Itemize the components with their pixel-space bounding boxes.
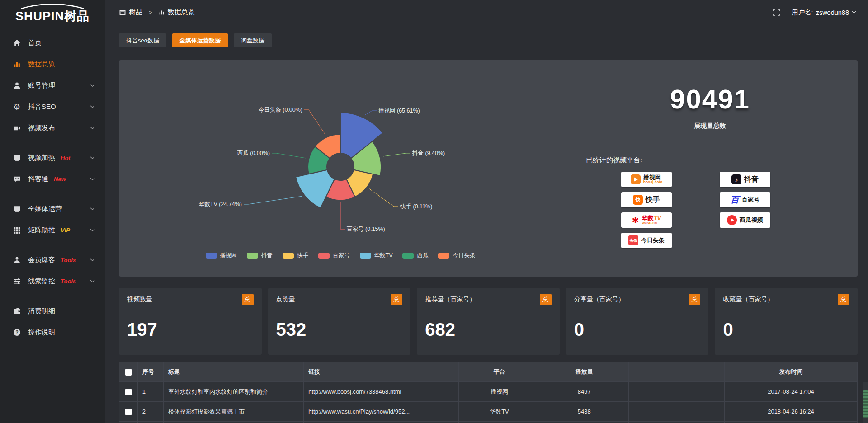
legend-item-5[interactable]: 华数TV: [360, 252, 393, 259]
home-icon: [12, 39, 22, 47]
tab-3[interactable]: 询盘数据: [234, 33, 272, 47]
sidebar-item-data-overview[interactable]: 数据总览: [0, 54, 105, 75]
row-plays: 5438: [540, 402, 628, 422]
platform-name: 百家号: [742, 197, 760, 203]
platform-badge: 头条今日头条: [621, 233, 672, 248]
platform-name: 抖音: [744, 176, 759, 183]
total-badge: 总: [689, 294, 700, 306]
logo: SHUPIN树品: [0, 0, 105, 26]
pie-label-line: [272, 153, 306, 158]
sidebar-divider: [8, 143, 97, 143]
stat-card-label: 推荐量（百家号）: [425, 296, 476, 304]
chevron-down-icon: [852, 11, 856, 14]
row-num: 2: [137, 402, 163, 422]
stat-card-2: 点赞量总532: [268, 288, 411, 355]
legend-chip: [438, 253, 449, 259]
sidebar-item-media-operation[interactable]: 全媒体运营: [0, 198, 105, 220]
tab-2[interactable]: 全媒体运营数据: [172, 33, 228, 47]
bar-chart-icon: [159, 9, 165, 15]
user-menu[interactable]: 用户名: zswodun88: [792, 8, 856, 17]
row-platform: 华数TV: [459, 402, 540, 422]
sliders-icon: [12, 277, 22, 285]
sidebar-item-account-manage[interactable]: 账号管理: [0, 75, 105, 96]
stat-card-value: 197: [119, 311, 262, 340]
sidebar-item-home[interactable]: 首页: [0, 33, 105, 54]
sidebar-item-video-heat[interactable]: 视频加热Hot: [0, 147, 105, 169]
video-title-link[interactable]: 室外水纹灯和室内水纹灯的区别和简介: [163, 382, 303, 402]
platform-name: 今日头条: [641, 237, 665, 244]
sidebar-item-douketong[interactable]: 抖客通New: [0, 169, 105, 190]
row-platform: 播视网: [459, 382, 540, 402]
breadcrumb-current[interactable]: 数据总览: [159, 8, 195, 17]
sidebar-item-matrix-boost[interactable]: 矩阵助推VIP: [0, 220, 105, 241]
tab-1[interactable]: 抖音seo数据: [119, 33, 166, 47]
sidebar: SHUPIN树品 首页数据总览账号管理⚙抖音SEO视频发布视频加热Hot抖客通N…: [0, 0, 105, 423]
sidebar-divider: [8, 296, 97, 296]
platform-badge: 播视网boosj.com: [621, 172, 672, 187]
stat-card-label: 视频数量: [127, 296, 152, 304]
breadcrumb: 树品 > 数据总览: [119, 8, 195, 17]
username: zswodun88: [816, 9, 849, 16]
pie-slice-5[interactable]: [296, 170, 335, 208]
pie-label: 抖音 (9.40%): [412, 150, 445, 156]
row-checkbox[interactable]: [125, 409, 132, 415]
scrollbar-thumb[interactable]: [863, 390, 868, 418]
select-all-checkbox[interactable]: [125, 369, 132, 376]
sidebar-menu: 首页数据总览账号管理⚙抖音SEO视频发布视频加热Hot抖客通New全媒体运营矩阵…: [0, 33, 105, 343]
col-header-link: 链接: [304, 362, 459, 382]
sidebar-item-badge: VIP: [61, 227, 70, 234]
sidebar-item-clue-monitor[interactable]: 线索监控Tools: [0, 271, 105, 292]
sidebar-item-member-baoke[interactable]: 会员爆客Tools: [0, 249, 105, 271]
pie-label: 百家号 (0.15%): [347, 226, 385, 232]
total-impressions-value: 90491: [562, 84, 858, 115]
kuaishou-logo-icon: 快: [633, 195, 643, 205]
wallet-icon: [12, 307, 22, 315]
legend-label: 抖音: [261, 252, 273, 259]
topbar-right: 用户名: zswodun88: [773, 8, 856, 17]
stat-cards-row: 视频数量总197点赞量总532推荐量（百家号）总682分享量（百家号）总0收藏量…: [119, 288, 858, 355]
sidebar-item-douyin-seo[interactable]: ⚙抖音SEO: [0, 96, 105, 118]
sidebar-item-label: 视频发布: [28, 124, 55, 132]
video-url-link[interactable]: http://www.wasu.cn/Play/show/id/952...: [304, 402, 459, 422]
sidebar-item-badge: Tools: [61, 257, 76, 263]
video-title-link[interactable]: 楼体投影灯投影效果震撼上市: [163, 402, 303, 422]
legend-item-7[interactable]: 今日头条: [438, 252, 475, 259]
sidebar-item-label: 会员爆客: [28, 256, 55, 264]
platforms-grid: 播视网boosj.com快快手✱华数TVwasu.cn头条今日头条♪抖音百百家号…: [621, 172, 858, 248]
col-header-num: 序号: [137, 362, 163, 382]
pie-label: 快手 (0.11%): [400, 203, 432, 210]
legend-label: 播视网: [220, 252, 237, 259]
sidebar-item-label: 抖音SEO: [28, 103, 56, 111]
legend-label: 百家号: [333, 252, 350, 259]
legend-item-1[interactable]: 播视网: [206, 252, 237, 259]
row-plays: 8497: [540, 382, 628, 402]
sidebar-item-label: 全媒体运营: [28, 205, 62, 213]
platform-badge: ♪抖音: [720, 172, 770, 187]
main-content: 抖音seo数据全媒体运营数据询盘数据 播视网 (65.61%)抖音 (9.40%…: [105, 33, 868, 423]
sidebar-item-operation-guide[interactable]: ?操作说明: [0, 322, 105, 343]
video-url-link[interactable]: http://www.boosj.com/7338468.html: [304, 382, 459, 402]
legend-item-3[interactable]: 快手: [283, 252, 308, 259]
username-prefix: 用户名:: [792, 8, 813, 17]
fullscreen-icon[interactable]: [773, 9, 780, 16]
pie-label-line: [244, 196, 302, 204]
legend-item-6[interactable]: 西瓜: [402, 252, 428, 259]
summary-divider: [580, 144, 840, 144]
scrollbar[interactable]: [863, 382, 868, 423]
row-checkbox[interactable]: [125, 389, 132, 395]
wasu-logo-icon: ✱: [632, 215, 639, 226]
sidebar-item-video-publish[interactable]: 视频发布: [0, 118, 105, 139]
monitor-icon: [12, 154, 22, 162]
sidebar-item-consume-detail[interactable]: 消费明细: [0, 301, 105, 322]
total-badge: 总: [242, 294, 254, 306]
legend-chip: [318, 253, 330, 259]
baijiahao-logo-icon: 百: [731, 194, 739, 206]
sidebar-item-label: 视频加热: [28, 154, 55, 162]
legend-item-4[interactable]: 百家号: [318, 252, 350, 259]
chart-legend: 播视网抖音快手百家号华数TV西瓜今日头条: [119, 252, 562, 259]
breadcrumb-root[interactable]: 树品: [119, 8, 142, 17]
legend-item-2[interactable]: 抖音: [247, 252, 273, 259]
row-spacer: [628, 382, 724, 402]
chevron-down-icon: [90, 127, 95, 130]
sidebar-item-badge: Tools: [61, 278, 76, 285]
